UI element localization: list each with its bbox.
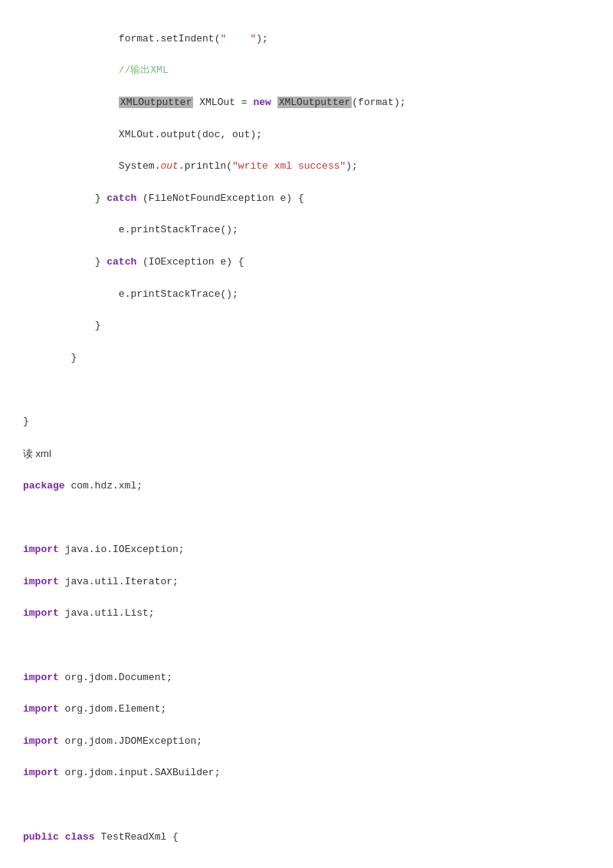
code-text: import: [23, 767, 59, 778]
code-text: public: [23, 831, 59, 843]
code-text: e.printStackTrace();: [119, 288, 238, 300]
code-text: }: [70, 352, 77, 363]
code-line: import org.jdom.Element;: [23, 702, 590, 718]
code-text: }: [23, 416, 29, 427]
code-text: import: [23, 607, 59, 619]
code-text: XMLOut = new: [193, 97, 277, 108]
code-line: import java.util.List;: [23, 606, 590, 622]
code-text: org.jdom.Document;: [59, 672, 172, 683]
code-text: import: [23, 672, 59, 683]
code-line: }: [23, 350, 590, 367]
code-text: //输出XML: [119, 64, 169, 76]
code-line: import org.jdom.input.SAXBuilder;: [23, 765, 590, 781]
code-text: }: [95, 320, 101, 331]
code-line: XMLOut.output(doc, out);: [23, 127, 590, 143]
code-line: System.out.println("write xml success");: [23, 159, 590, 175]
code-text: } catch (IOException e) {: [95, 256, 244, 268]
code-text: class: [65, 831, 95, 843]
code-text: com.hdz.xml;: [65, 480, 143, 492]
code-text: XMLOutputter: [119, 97, 194, 108]
code-text: TestReadXml {: [95, 831, 179, 843]
code-text: } catch (FileNotFoundException e) {: [95, 192, 304, 204]
code-text: e.printStackTrace();: [119, 224, 238, 235]
code-line: [23, 861, 590, 868]
code-line: import java.io.IOException;: [23, 542, 590, 558]
code-text: System.out.println("write xml success");: [119, 160, 358, 172]
code-text: java.util.Iterator;: [59, 576, 179, 587]
code-text: java.io.IOException;: [59, 544, 185, 555]
code-line: import org.jdom.Document;: [23, 670, 590, 686]
code-text: (format);: [352, 97, 405, 108]
code-line: [23, 638, 590, 654]
code-text: org.jdom.input.SAXBuilder;: [59, 767, 221, 778]
code-text: import: [23, 703, 59, 715]
code-line: public class TestReadXml {: [23, 830, 590, 846]
code-text: import: [23, 576, 59, 587]
code-container: format.setIndent(" "); //输出XML XMLOutput…: [23, 15, 590, 868]
code-text: [59, 831, 65, 843]
code-line: XMLOutputter XMLOut = new XMLOutputter(f…: [23, 95, 590, 111]
code-line: } catch (IOException e) {: [23, 255, 590, 271]
code-line: }: [23, 318, 590, 334]
code-line: e.printStackTrace();: [23, 287, 590, 303]
code-line: package com.hdz.xml;: [23, 478, 590, 495]
code-line: import org.jdom.JDOMException;: [23, 734, 590, 750]
code-text: org.jdom.JDOMException;: [59, 735, 202, 747]
code-text: org.jdom.Element;: [59, 703, 166, 715]
code-text: import: [23, 544, 59, 555]
code-line: format.setIndent(" ");: [23, 31, 590, 48]
code-line: [23, 797, 590, 814]
code-text: import: [23, 735, 59, 747]
code-text: java.util.List;: [59, 607, 155, 619]
code-line: }: [23, 414, 590, 430]
code-text: XMLOut.output(doc, out);: [119, 129, 262, 140]
code-text: format.setIndent(" ");: [119, 33, 268, 44]
code-line: [23, 511, 590, 527]
code-line: 读 xml: [23, 446, 590, 463]
code-line: [23, 382, 590, 398]
code-text: package: [23, 480, 65, 492]
section-label: 读 xml: [23, 448, 51, 459]
code-line: //输出XML: [23, 63, 590, 79]
code-line: e.printStackTrace();: [23, 222, 590, 238]
code-line: import java.util.Iterator;: [23, 574, 590, 590]
code-text: XMLOutputter: [277, 97, 352, 108]
code-line: } catch (FileNotFoundException e) {: [23, 191, 590, 207]
